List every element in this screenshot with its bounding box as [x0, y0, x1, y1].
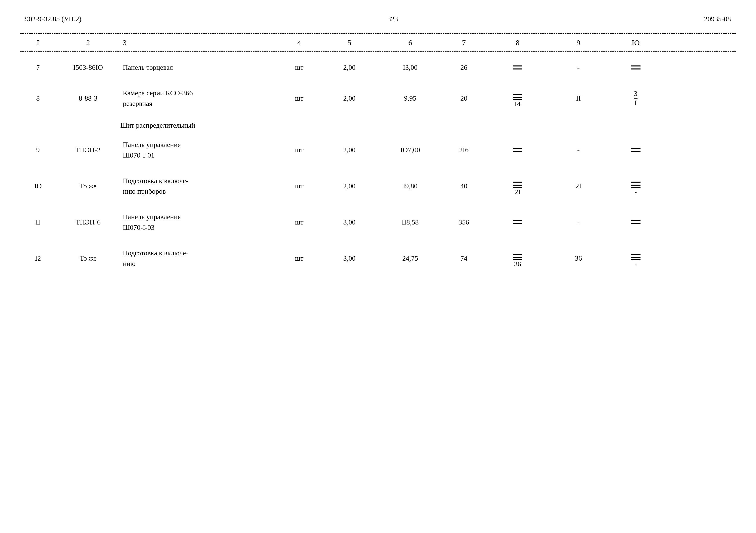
row-9-col5: 2,00 [321, 146, 378, 154]
col-header-7: 7 [443, 38, 485, 47]
row-11-col6: II8,58 [378, 218, 443, 226]
row-9-col3: Панель управления Ш070-I-01 [120, 140, 278, 161]
row-10-col2: То же [56, 182, 121, 190]
row-11-col5: 3,00 [321, 218, 378, 226]
row-11-col10 [607, 219, 664, 225]
row-8-col7: 20 [443, 94, 485, 102]
row-10-col1: IO [20, 182, 56, 190]
row-9-col9: - [550, 146, 607, 154]
row-7-col7: 26 [443, 63, 485, 71]
row-10-col3: Подготовка к включе- нию приборов [120, 176, 278, 197]
row-7-col2: I503-86IO [56, 63, 121, 71]
row-12-col10: - [607, 249, 664, 268]
row-10-col6: I9,80 [378, 182, 443, 190]
table-row-group: 8 8-88-3 Камера серии КСО-366 резервная … [20, 80, 736, 132]
row-12-col2: То же [56, 254, 121, 262]
fraction-display: - [631, 249, 640, 268]
row-8-col8: I4 [485, 89, 550, 108]
row-10-col7: 40 [443, 182, 485, 190]
table-row: IO То же Подготовка к включе- нию прибор… [20, 168, 736, 204]
row-9-col10 [607, 147, 664, 153]
row-7-col3: Панель торцевая [120, 62, 278, 73]
fraction-display: 2I [513, 177, 522, 196]
col-header-9: 9 [550, 38, 607, 47]
col-header-4: 4 [278, 38, 321, 47]
fraction-display: 36 [513, 249, 522, 268]
row-8-col9: II [550, 94, 607, 102]
header-right: 20935-08 [704, 15, 731, 23]
row-12-col5: 3,00 [321, 254, 378, 262]
equals-icon [631, 64, 640, 70]
row-7-col4: шт [278, 63, 321, 71]
row-12-col7: 74 [443, 254, 485, 262]
row-12-col1: I2 [20, 254, 56, 262]
row-10-col9: 2I [550, 182, 607, 190]
row-11-col1: II [20, 218, 56, 226]
col-header-5: 5 [321, 38, 378, 47]
row-7-col6: I3,00 [378, 63, 443, 71]
row-8-col10: 3 I [607, 90, 664, 107]
row-8-col2: 8-88-3 [56, 94, 121, 102]
table-row: 7 I503-86IO Панель торцевая шт 2,00 I3,0… [20, 55, 736, 80]
row-11-col7: 356 [443, 218, 485, 226]
col-header-10: IO [607, 38, 664, 47]
row-12-col4: шт [278, 254, 321, 262]
row-9-col8 [485, 147, 550, 153]
row-11-col8 [485, 219, 550, 225]
row-9-col7: 2I6 [443, 146, 485, 154]
row-10-col4: шт [278, 182, 321, 190]
header-center: 323 [388, 15, 398, 23]
sub-label: Щит распределительный [20, 116, 736, 132]
row-9-col1: 9 [20, 146, 56, 154]
col-header-2: 2 [56, 38, 121, 47]
equals-icon [631, 253, 640, 259]
row-12-col6: 24,75 [378, 254, 443, 262]
row-11-col2: ТПЭП-6 [56, 218, 121, 226]
row-9-col4: шт [278, 146, 321, 154]
fraction-display: - [631, 177, 640, 196]
row-11-col4: шт [278, 218, 321, 226]
row-8-col4: шт [278, 94, 321, 102]
table-row: 8 8-88-3 Камера серии КСО-366 резервная … [20, 80, 736, 116]
row-10-col8: 2I [485, 177, 550, 196]
dash-icon: - [577, 146, 580, 154]
row-7-col5: 2,00 [321, 63, 378, 71]
col-header-3: 3 [120, 38, 278, 47]
equals-icon [513, 147, 522, 153]
table-row: I2 То же Подготовка к включе- нию шт 3,0… [20, 240, 736, 276]
dash-icon: - [577, 63, 580, 72]
equals-icon [513, 253, 522, 259]
row-8-col5: 2,00 [321, 94, 378, 102]
equals-icon [631, 181, 640, 187]
row-7-col9: - [550, 63, 607, 72]
row-12-col8: 36 [485, 249, 550, 268]
row-10-col10: - [607, 177, 664, 196]
equals-icon [513, 64, 522, 70]
equals-icon [513, 181, 522, 187]
col-header-8: 8 [485, 38, 550, 47]
row-8-col6: 9,95 [378, 94, 443, 102]
row-9-col6: IO7,00 [378, 146, 443, 154]
equals-icon [631, 219, 640, 225]
table-row: 9 ТПЭП-2 Панель управления Ш070-I-01 шт … [20, 132, 736, 168]
col-header-6: 6 [378, 38, 443, 47]
row-12-col3: Подготовка к включе- нию [120, 248, 278, 269]
fraction-display: I4 [513, 89, 522, 108]
row-8-col3: Камера серии КСО-366 резервная [120, 88, 278, 109]
equals-icon [631, 147, 640, 153]
page-header: 902-9-32.85 (УП.2) 323 20935-08 [20, 15, 736, 23]
data-rows: 7 I503-86IO Панель торцевая шт 2,00 I3,0… [20, 55, 736, 276]
dash-icon: - [577, 218, 580, 226]
row-11-col9: - [550, 218, 607, 226]
row-9-col2: ТПЭП-2 [56, 146, 121, 154]
row-8-col1: 8 [20, 94, 56, 102]
row-7-col1: 7 [20, 63, 56, 71]
header-left: 902-9-32.85 (УП.2) [25, 15, 81, 23]
table-row: II ТПЭП-6 Панель управления Ш070-I-03 шт… [20, 204, 736, 240]
col-header-1: I [20, 38, 56, 47]
row-7-col8 [485, 64, 550, 70]
column-headers: I 2 3 4 5 6 7 8 9 IO [20, 33, 736, 52]
row-10-col5: 2,00 [321, 182, 378, 190]
row-7-col10 [607, 64, 664, 70]
row-11-col3: Панель управления Ш070-I-03 [120, 212, 278, 233]
